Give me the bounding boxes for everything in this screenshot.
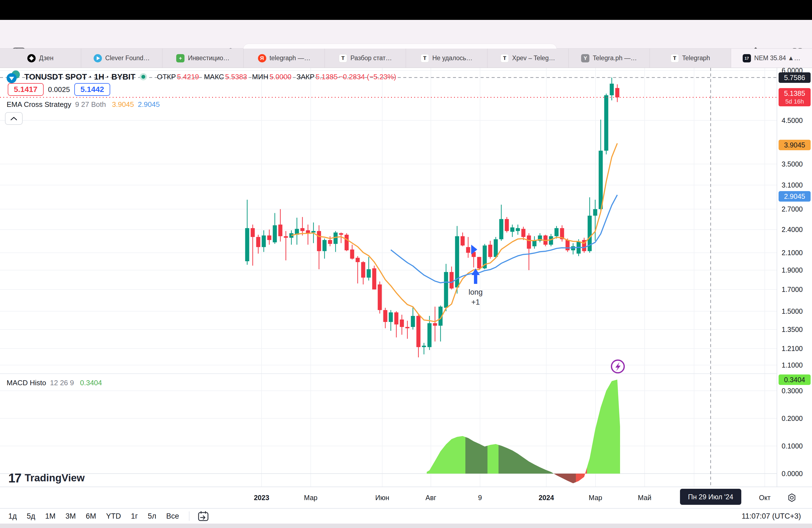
time-axis-label: Авг — [411, 494, 450, 502]
time-axis-label: Окт — [745, 494, 784, 502]
price-axis-label: 2.7000 — [782, 205, 802, 213]
spread-value: 0.0025 — [48, 85, 70, 94]
high-label: МАКС — [204, 73, 224, 81]
bottom-toolbar: 1д5д1M3M6MYTD1г5лВсе 11:07:07 (UTC+3) — [0, 508, 812, 524]
symbol-title[interactable]: TONUSDT SPOT · 1H · BYBIT — [24, 72, 135, 82]
price-axis-label: 3.1000 — [782, 181, 802, 189]
invest-favicon: + — [176, 54, 185, 62]
collapse-header-button[interactable] — [5, 112, 23, 125]
tab-label: Разбор стат… — [350, 54, 392, 62]
range-button[interactable]: 3M — [66, 512, 76, 520]
ohlc-values: ОТКР 5.4219 МАКС 5.5383 МИН 5.0000 ЗАКР … — [153, 73, 396, 81]
tradingview-favicon: 17 — [743, 54, 751, 62]
range-button[interactable]: 5д — [27, 512, 35, 520]
crosshair — [0, 68, 777, 487]
range-button[interactable]: 6M — [86, 512, 97, 520]
low-label: МИН — [252, 73, 269, 81]
change-value: −0.2834 (−5.23%) — [338, 73, 396, 81]
close-label: ЗАКР — [296, 73, 315, 81]
macd-indicator-params: 12 26 9 — [50, 379, 74, 387]
time-axis[interactable]: Пн 29 Июл '24 2023МарИюнАвг92024МарМайОк… — [0, 487, 812, 508]
range-button[interactable]: 1г — [131, 512, 138, 520]
price-axis-label: 2.1000 — [782, 249, 802, 257]
telegraph-favicon: T — [671, 54, 679, 62]
price-axis[interactable]: 5.7586 5.1385 5d 16h 3.9045 2.9045 0.340… — [777, 68, 812, 487]
range-button[interactable]: 5л — [148, 512, 156, 520]
time-axis-label: Мар — [576, 494, 615, 502]
price-axis-label: 3.5000 — [782, 160, 802, 168]
tab-label: telegraph —… — [270, 54, 310, 62]
ema-indicator-name: EMA Cross Strategy — [6, 100, 71, 109]
goto-date-button[interactable] — [197, 510, 209, 522]
chart-header: TONUSDT SPOT · 1H · BYBIT ОТКР 5.4219 МА… — [6, 70, 396, 84]
telegraph-favicon: T — [421, 54, 429, 62]
range-button[interactable]: 1M — [45, 512, 56, 520]
browser-tab[interactable]: +Инвестицио… — [162, 48, 244, 68]
tradingview-logo[interactable]: 17 TradingView — [8, 471, 85, 485]
browser-tab[interactable]: YTelegra.ph —… — [569, 48, 650, 68]
time-axis-label: Май — [625, 494, 664, 502]
tab-label: Дзен — [39, 54, 53, 62]
market-status-icon[interactable] — [140, 73, 147, 80]
close-value: 5.1385 — [316, 73, 338, 81]
price-axis-label: 2.4000 — [782, 225, 802, 234]
alert-marker — [611, 360, 624, 373]
open-label: ОТКР — [157, 73, 176, 81]
macd-indicator-name: MACD Histo — [6, 379, 46, 387]
price-axis-label: 1.7000 — [782, 285, 802, 294]
tab-label: Инвестицио… — [188, 54, 230, 62]
chart-canvas[interactable] — [0, 68, 777, 487]
browser-tab[interactable]: Дзен — [0, 48, 81, 68]
yandex-favicon: Я — [258, 54, 266, 62]
low-value: 5.0000 — [270, 73, 292, 81]
bar-countdown: 5d 16h — [779, 98, 811, 105]
range-button[interactable]: Все — [166, 512, 179, 520]
last-price-value: 5.1385 — [779, 89, 811, 98]
time-axis-label: Мар — [291, 494, 330, 502]
ema-slow-badge: 2.9045 — [779, 191, 811, 202]
range-selector: 1д5д1M3M6MYTD1г5лВсе — [8, 512, 189, 520]
tab-label: Xpev – Teleg… — [512, 54, 555, 62]
time-axis-label: 9 — [461, 494, 499, 502]
ema-slow-value: 2.9045 — [138, 100, 160, 109]
browser-tab[interactable]: 17NEM 35.84 ▲… — [731, 48, 812, 68]
browser-tab[interactable]: TXpev – Teleg… — [488, 48, 569, 68]
chevron-up-icon — [10, 116, 18, 121]
ygray-favicon: Y — [581, 54, 590, 62]
buy-button[interactable]: 5.1442 — [74, 83, 110, 96]
telegram-favicon — [93, 54, 102, 62]
tab-label: Clever Found… — [105, 54, 150, 62]
price-axis-label: 0.3000 — [782, 386, 802, 395]
browser-tab[interactable]: TРазбор стат… — [325, 48, 406, 68]
indicator-macd[interactable]: MACD Histo 12 26 9 0.3404 — [6, 378, 102, 388]
telegraph-favicon: T — [339, 54, 347, 62]
chart-settings-button[interactable] — [785, 491, 799, 505]
session-clock[interactable]: 11:07:07 (UTC+3) — [742, 512, 801, 520]
symbol-logo-icon — [6, 70, 20, 83]
ema-fast-badge: 3.9045 — [779, 140, 811, 150]
tab-label: Telegra.ph —… — [593, 54, 637, 62]
tab-label: Не удалось… — [432, 54, 473, 62]
toolbar-divider — [189, 511, 189, 521]
range-button[interactable]: 1д — [8, 512, 17, 520]
last-price-badge: 5.1385 5d 16h — [779, 88, 811, 106]
gear-icon — [787, 492, 797, 504]
pane-divider[interactable] — [0, 373, 812, 374]
browser-tab[interactable]: TTelegraph — [650, 48, 731, 68]
browser-tab[interactable]: TНе удалось… — [406, 48, 487, 68]
price-axis-label: 1.1000 — [782, 361, 802, 369]
browser-tab[interactable]: Clever Found… — [81, 48, 162, 68]
long-entry-qty: +1 — [456, 297, 495, 307]
range-button[interactable]: YTD — [106, 512, 121, 520]
sell-button[interactable]: 5.1417 — [8, 83, 44, 96]
safari-window: ru.tradingview.com A ДзенClever Found…+И… — [0, 0, 812, 528]
top-black-bar — [0, 0, 812, 20]
time-axis-label: 2024 — [527, 494, 566, 502]
indicator-ema[interactable]: EMA Cross Strategy 9 27 Both 3.9045 2.90… — [6, 99, 160, 109]
time-axis-label: 2023 — [242, 494, 281, 502]
price-axis-label: 0.2000 — [782, 414, 802, 423]
browser-tab[interactable]: Яtelegraph —… — [244, 48, 325, 68]
price-axis-label: 1.2100 — [782, 344, 802, 353]
candlestick-series — [245, 78, 620, 357]
macd-value-badge: 0.3404 — [779, 375, 811, 385]
